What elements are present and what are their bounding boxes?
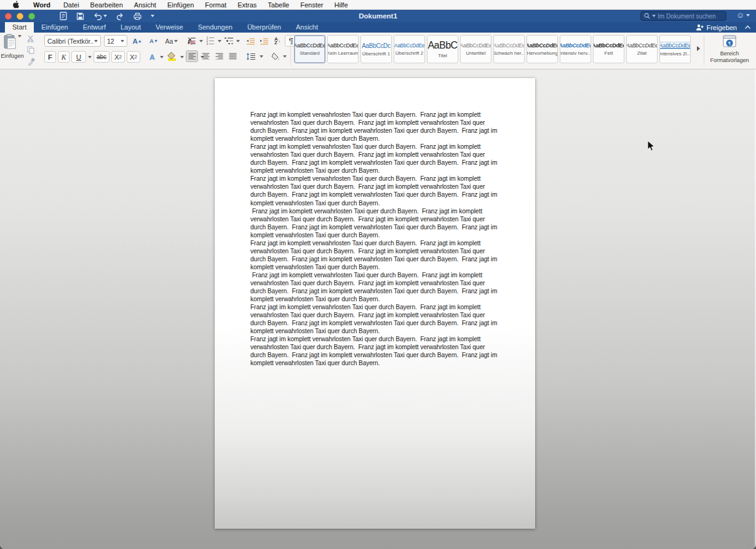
multilevel-list-button[interactable] (223, 35, 235, 47)
ribbon-tab[interactable]: Einfügen (34, 22, 75, 33)
menu-item[interactable]: Datei (58, 0, 85, 10)
document-search-field[interactable]: Im Dokument suchen (640, 11, 726, 21)
shrink-font-button[interactable]: A▼ (147, 35, 161, 47)
superscript-button[interactable]: X2 (127, 51, 140, 63)
text-effects-button[interactable]: A (146, 51, 158, 63)
ribbon-tab[interactable]: Entwurf (76, 22, 113, 33)
document-body-text[interactable]: Franz jagt im komplett verwahrlosten Tax… (250, 111, 500, 368)
style-item[interactable]: AaBbCcDdEe Schwach her... (493, 35, 525, 63)
apple-menu-icon[interactable] (12, 1, 19, 9)
line-spacing-caret[interactable] (260, 55, 263, 58)
shading-button[interactable] (269, 50, 282, 62)
style-item[interactable]: AaBbCcDdEe Untertitel (460, 35, 491, 63)
align-left-button[interactable] (186, 50, 198, 62)
justify-button[interactable] (226, 50, 239, 62)
ribbon-tab[interactable]: Ansicht (288, 22, 325, 33)
copy-icon[interactable] (27, 46, 34, 54)
paragraph[interactable]: Franz jagt im komplett verwahrlosten Tax… (250, 239, 500, 271)
paste-dropdown-caret[interactable] (18, 35, 22, 38)
document-page[interactable]: Franz jagt im komplett verwahrlosten Tax… (215, 78, 535, 529)
paste-button[interactable]: Einfügen (0, 34, 25, 66)
change-case-button[interactable]: Aa (164, 35, 180, 47)
align-right-button[interactable] (213, 50, 225, 62)
menubar-items: Word Datei Bearbeiten Ansicht Einfügen F… (28, 0, 354, 10)
sort-button[interactable]: AZ↓ (271, 35, 284, 47)
menu-item[interactable]: Hilfe (329, 0, 354, 10)
styles-pane-button[interactable]: ¶ Bereich Formatvorlagen (706, 35, 753, 67)
paragraph[interactable]: Franz jagt im komplett verwahrlosten Tax… (250, 271, 500, 303)
style-sample: AaBbCcDc (362, 42, 391, 49)
line-spacing-button[interactable] (244, 50, 258, 62)
document-canvas[interactable]: Franz jagt im komplett verwahrlosten Tax… (0, 69, 756, 549)
italic-button[interactable]: K (58, 51, 70, 63)
menu-item[interactable]: Extras (232, 0, 262, 10)
style-item[interactable]: AaBbCcDdEe Intensiv herv... (560, 35, 591, 63)
search-scope-caret[interactable] (652, 15, 656, 17)
styles-pane-label: Bereich Formatvorlagen (710, 50, 749, 63)
style-label: Überschrift 2 (396, 50, 423, 56)
menu-item[interactable]: Word (28, 0, 58, 10)
increase-indent-button[interactable] (258, 35, 270, 47)
highlight-caret[interactable] (180, 56, 184, 58)
ribbon-tab[interactable]: Überprüfen (240, 22, 288, 33)
underline-button[interactable]: U (71, 51, 86, 63)
font-name-combobox[interactable]: Calibri (Textkör... (44, 35, 101, 47)
style-item[interactable]: AaBbCcDc Überschrift 1 (360, 35, 392, 63)
text-effects-caret[interactable] (160, 56, 164, 58)
share-button[interactable]: Freigeben (696, 24, 737, 31)
collapse-ribbon-icon[interactable] (744, 25, 751, 30)
group-separator (290, 36, 291, 65)
multilevel-list-caret[interactable] (236, 40, 240, 42)
ribbon-tab[interactable]: Verweise (148, 22, 191, 33)
align-center-button[interactable] (199, 50, 212, 62)
paragraph[interactable]: Franz jagt im komplett verwahrlosten Tax… (250, 175, 500, 207)
style-item[interactable]: AaBbCcDdEe Hervorhebung (527, 35, 558, 63)
style-item[interactable]: AaBbCcDdEe Fett (593, 35, 624, 63)
numbered-list-caret[interactable] (218, 40, 221, 42)
ribbon-tab[interactable]: Start (5, 22, 34, 33)
strikethrough-button[interactable]: abc (94, 51, 109, 63)
more-styles-arrow[interactable] (697, 46, 700, 51)
style-item[interactable]: AaBbCcDdEe Überschrift 2 (394, 35, 425, 63)
highlight-button[interactable] (165, 51, 178, 63)
underline-caret[interactable] (88, 56, 92, 58)
paragraph[interactable]: Franz jagt im komplett verwahrlosten Tax… (250, 303, 500, 335)
menu-item[interactable]: Tabelle (262, 0, 295, 10)
decrease-indent-button[interactable] (244, 35, 257, 47)
ribbon-tab[interactable]: Layout (113, 22, 148, 33)
grow-font-button[interactable]: A▲ (130, 35, 144, 47)
shading-caret[interactable] (283, 55, 287, 58)
menu-item[interactable]: Bearbeiten (85, 0, 129, 10)
font-size-value: 12 (107, 38, 114, 45)
paragraph[interactable]: Franz jagt im komplett verwahrlosten Tax… (250, 335, 500, 367)
style-item[interactable]: AaBbCcDdEe Zitat (626, 35, 658, 63)
style-sample: AaBbCcDdEe (626, 42, 658, 49)
bullet-list-caret[interactable] (199, 40, 203, 42)
cut-icon[interactable] (27, 35, 35, 42)
style-item[interactable]: AaBbC Titel (427, 35, 458, 63)
group-separator (704, 36, 704, 65)
bullet-list-button[interactable] (186, 35, 198, 47)
style-sample: AaBbCcDdEe (327, 42, 359, 49)
share-person-icon (696, 24, 704, 31)
font-size-combobox[interactable]: 12 (104, 35, 127, 47)
style-item[interactable]: AaBbCcDdEe Kein Leerraum (327, 35, 359, 63)
format-painter-icon[interactable] (27, 58, 35, 66)
menu-item[interactable]: Format (199, 0, 232, 10)
feedback-smiley-button[interactable]: ☺ (736, 10, 750, 20)
numbered-list-button[interactable]: 123 (204, 35, 217, 47)
menu-item[interactable]: Fenster (295, 0, 328, 10)
menu-item[interactable]: Ansicht (129, 0, 162, 10)
subscript-button[interactable]: X2 (111, 51, 125, 63)
paragraph[interactable]: Franz jagt im komplett verwahrlosten Tax… (250, 207, 500, 239)
share-label: Freigeben (706, 24, 737, 31)
paragraph[interactable]: Franz jagt im komplett verwahrlosten Tax… (250, 143, 500, 175)
style-item[interactable]: AaBbCcDdEe Intensives Zi... (659, 35, 691, 63)
style-item[interactable]: AaBbCcDdEe Standard (294, 35, 325, 63)
bold-button[interactable]: F (44, 51, 56, 63)
menu-item[interactable]: Einfügen (162, 0, 199, 10)
ribbon-tab[interactable]: Sendungen (191, 22, 240, 33)
paragraph[interactable]: Franz jagt im komplett verwahrlosten Tax… (250, 111, 500, 143)
paste-clipboard-icon (3, 34, 17, 50)
style-sample: AaBbCcDdEe (659, 42, 691, 49)
